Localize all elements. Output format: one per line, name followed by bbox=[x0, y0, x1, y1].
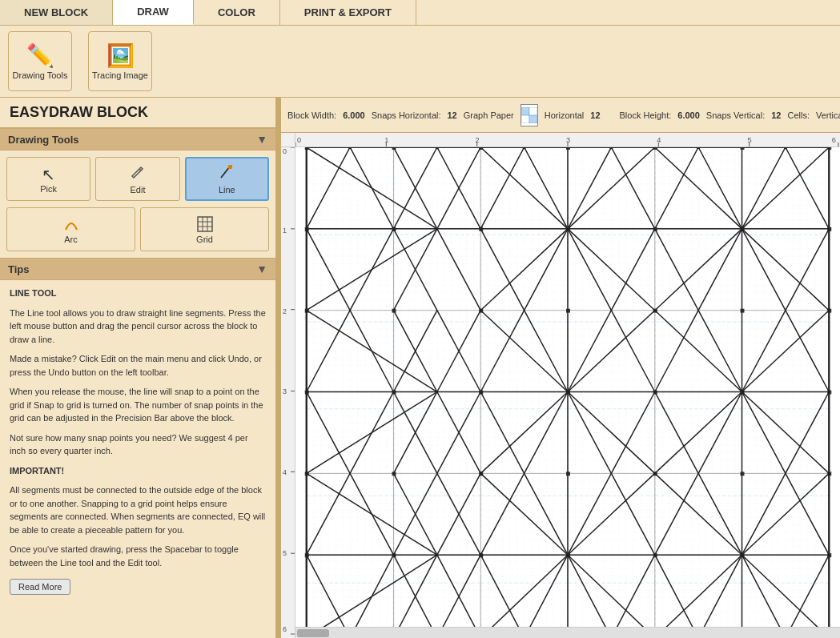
tips-line-tool-title: LINE TOOL bbox=[10, 287, 266, 300]
pick-icon: ↖ bbox=[42, 165, 55, 184]
edit-icon bbox=[129, 163, 147, 185]
snaps-vertical-label: Snaps Vertical: bbox=[706, 110, 765, 120]
tracing-image-icon: 🖼️ bbox=[107, 42, 135, 69]
svg-text:0: 0 bbox=[283, 147, 287, 155]
tips-section: LINE TOOL The Line tool allows you to dr… bbox=[0, 280, 275, 601]
horizontal-ruler: 0 1 2 3 4 bbox=[295, 133, 840, 147]
tools-grid-bottom: Arc Grid bbox=[0, 207, 275, 258]
edit-label: Edit bbox=[131, 185, 146, 195]
tracing-image-button[interactable]: 🖼️ Tracing Image bbox=[88, 31, 152, 91]
cells-label: Cells: bbox=[787, 110, 810, 120]
pick-label: Pick bbox=[40, 184, 57, 194]
svg-text:3: 3 bbox=[566, 136, 570, 144]
svg-text:6: 6 bbox=[283, 625, 287, 633]
horizontal-label: Horizontal bbox=[545, 110, 585, 120]
block-height-label: Block Height: bbox=[620, 110, 672, 120]
sidebar-title: EASYDRAW BLOCK bbox=[0, 98, 275, 128]
line-label: Line bbox=[219, 185, 235, 195]
svg-rect-2 bbox=[198, 217, 212, 231]
toolbar-row: ✏️ Drawing Tools 🖼️ Tracing Image bbox=[0, 26, 840, 98]
precision-bar: Block Width: 6.000 Snaps Horizontal: 12 … bbox=[281, 98, 840, 133]
svg-text:4: 4 bbox=[283, 468, 287, 476]
svg-text:3: 3 bbox=[283, 388, 287, 396]
grid-icon bbox=[196, 215, 214, 235]
tips-important-title: IMPORTANT! bbox=[10, 464, 266, 478]
svg-rect-1 bbox=[228, 165, 232, 169]
tips-snap-suggest: Not sure how many snap points you need? … bbox=[10, 431, 266, 458]
svg-text:1: 1 bbox=[283, 227, 287, 235]
pick-tool[interactable]: ↖ Pick bbox=[6, 157, 90, 201]
arc-tool[interactable]: Arc bbox=[6, 207, 135, 251]
tab-new-block[interactable]: NEW BLOCK bbox=[0, 0, 113, 25]
drawing-canvas[interactable]: // This is SVG, can't use JS here, need … bbox=[295, 147, 840, 638]
svg-text:2: 2 bbox=[476, 136, 480, 144]
graph-paper-button[interactable] bbox=[520, 104, 538, 126]
tools-grid-top: ↖ Pick Edit Line bbox=[0, 150, 275, 207]
ruler-h-container: 0 1 2 3 4 bbox=[281, 133, 840, 147]
svg-text:5: 5 bbox=[283, 549, 287, 557]
tab-print-export[interactable]: PRINT & EXPORT bbox=[280, 0, 416, 25]
ruler-corner bbox=[281, 133, 295, 147]
main-layout: EASYDRAW BLOCK Drawing Tools ▼ ↖ Pick Ed… bbox=[0, 98, 840, 638]
tips-spacebar-desc: Once you've started drawing, press the S… bbox=[10, 543, 266, 569]
drawing-tools-section-header[interactable]: Drawing Tools ▼ bbox=[0, 128, 275, 150]
block-width-value: 6.000 bbox=[343, 110, 365, 120]
tab-draw[interactable]: DRAW bbox=[113, 0, 194, 25]
canvas-area: Block Width: 6.000 Snaps Horizontal: 12 … bbox=[281, 98, 840, 638]
tips-section-header[interactable]: Tips ▼ bbox=[0, 258, 275, 280]
horizontal-value: 12 bbox=[590, 110, 600, 120]
tips-important-desc: All segments must be connected to the ou… bbox=[10, 484, 266, 536]
canvas-wrapper: 0 1 2 3 4 bbox=[281, 133, 840, 638]
snaps-horizontal-value: 12 bbox=[448, 110, 457, 120]
svg-rect-7 bbox=[521, 107, 529, 115]
arc-label: Arc bbox=[64, 235, 78, 244]
tips-section-label: Tips bbox=[8, 263, 30, 275]
block-width-label: Block Width: bbox=[287, 110, 336, 120]
grid-tool[interactable]: Grid bbox=[140, 207, 269, 251]
vertical-ruler: 0 1 2 3 4 bbox=[281, 147, 295, 638]
horizontal-scrollbar[interactable] bbox=[295, 627, 840, 638]
svg-text:5: 5 bbox=[748, 136, 752, 144]
svg-rect-8 bbox=[529, 107, 537, 115]
line-icon bbox=[218, 163, 235, 185]
graph-paper-label: Graph Paper bbox=[464, 110, 514, 120]
line-tool[interactable]: Line bbox=[185, 157, 269, 201]
sidebar: EASYDRAW BLOCK Drawing Tools ▼ ↖ Pick Ed… bbox=[0, 98, 276, 638]
top-nav: NEW BLOCK DRAW COLOR PRINT & EXPORT bbox=[0, 0, 840, 26]
svg-text:2: 2 bbox=[283, 307, 287, 315]
tips-collapse-icon[interactable]: ▼ bbox=[256, 263, 267, 275]
svg-text:0: 0 bbox=[297, 136, 301, 144]
svg-line-0 bbox=[139, 169, 141, 171]
svg-text:4: 4 bbox=[657, 136, 661, 144]
drawing-tools-button[interactable]: ✏️ Drawing Tools bbox=[8, 31, 72, 91]
snaps-horizontal-label: Snaps Horizontal: bbox=[372, 110, 441, 120]
tips-line-tool-desc: The Line tool allows you to draw straigh… bbox=[10, 307, 266, 347]
block-height-value: 6.000 bbox=[677, 110, 700, 120]
edit-tool[interactable]: Edit bbox=[95, 157, 179, 201]
snaps-vertical-value: 12 bbox=[771, 110, 781, 120]
drawing-tools-label: Drawing Tools bbox=[13, 70, 68, 80]
drawing-tools-collapse-icon[interactable]: ▼ bbox=[256, 133, 267, 146]
grid-label: Grid bbox=[196, 235, 213, 244]
drawing-tools-icon: ✏️ bbox=[26, 42, 54, 69]
canvas-container: 0 1 2 3 4 bbox=[281, 133, 840, 638]
read-more-button[interactable]: Read More bbox=[10, 579, 70, 595]
scrollbar-thumb[interactable] bbox=[297, 629, 329, 637]
vertical-label: Vertical bbox=[816, 110, 840, 120]
svg-rect-9 bbox=[521, 115, 529, 123]
tips-undo-desc: Made a mistake? Click Edit on the main m… bbox=[10, 352, 266, 379]
drawing-tools-section-label: Drawing Tools bbox=[8, 134, 79, 146]
svg-rect-10 bbox=[529, 115, 537, 123]
arc-icon bbox=[62, 215, 80, 235]
svg-text:6: 6 bbox=[832, 136, 836, 144]
svg-text:1: 1 bbox=[384, 136, 388, 144]
tab-color[interactable]: COLOR bbox=[194, 0, 280, 25]
tracing-image-label: Tracing Image bbox=[92, 70, 148, 80]
tips-snap-desc: When you release the mouse, the line wil… bbox=[10, 385, 266, 425]
